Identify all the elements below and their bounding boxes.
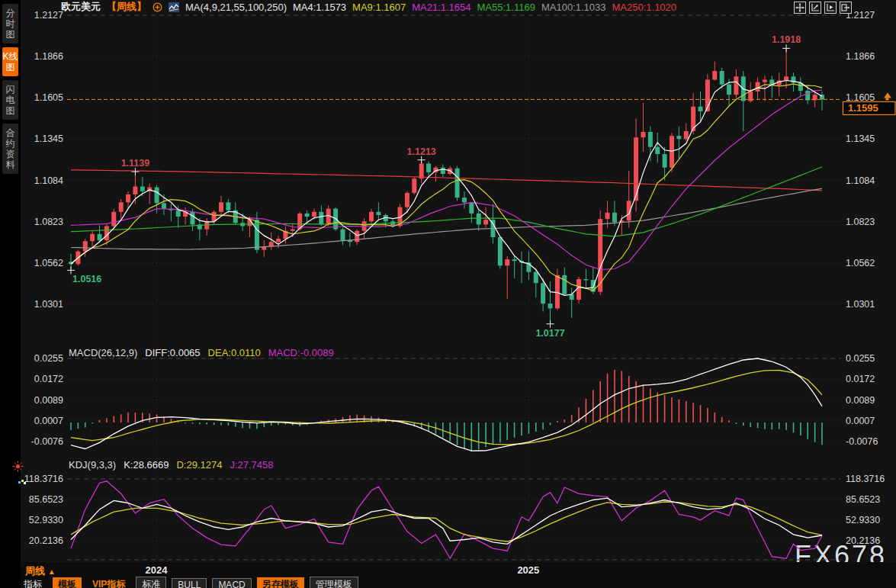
sidebar-item-time-chart[interactable]: 分时图 bbox=[2, 4, 18, 43]
candle[interactable] bbox=[83, 241, 88, 251]
candle[interactable] bbox=[562, 275, 567, 294]
candle[interactable] bbox=[276, 239, 281, 242]
tab-BULL[interactable]: BULL bbox=[172, 578, 207, 588]
candle[interactable] bbox=[763, 79, 767, 82]
candle[interactable] bbox=[498, 237, 503, 265]
sidebar-item-lightning-chart[interactable]: 闪电图 bbox=[2, 80, 18, 120]
candle[interactable] bbox=[663, 154, 667, 168]
period-selector-label: 周线 bbox=[25, 565, 45, 577]
tab-另存模板[interactable]: 另存模板 bbox=[257, 577, 304, 588]
candle[interactable] bbox=[469, 202, 474, 214]
candle[interactable] bbox=[162, 203, 166, 208]
j-line bbox=[71, 481, 822, 559]
candle[interactable] bbox=[426, 163, 431, 172]
candle[interactable] bbox=[676, 136, 681, 139]
candle[interactable] bbox=[698, 107, 703, 111]
candle[interactable] bbox=[291, 230, 295, 231]
candle[interactable] bbox=[155, 188, 159, 204]
candle[interactable] bbox=[648, 132, 653, 147]
candle[interactable] bbox=[305, 214, 310, 217]
candle[interactable] bbox=[720, 71, 724, 85]
candle[interactable] bbox=[412, 178, 416, 193]
candle[interactable] bbox=[712, 71, 717, 79]
candle[interactable] bbox=[583, 279, 588, 280]
candle[interactable] bbox=[90, 234, 95, 241]
candle[interactable] bbox=[548, 304, 553, 308]
candle[interactable] bbox=[441, 168, 445, 174]
exit-chart-icon[interactable] bbox=[840, 2, 852, 14]
tab-VIP指标[interactable]: VIP指标 bbox=[87, 577, 130, 588]
candle[interactable] bbox=[376, 212, 381, 215]
candle[interactable] bbox=[734, 76, 738, 95]
candle[interactable] bbox=[605, 213, 610, 219]
candle[interactable] bbox=[670, 136, 674, 168]
macd-title[interactable]: MACD(26,12,9) bbox=[69, 347, 137, 358]
candle[interactable] bbox=[140, 187, 145, 191]
macd-panel[interactable] bbox=[71, 358, 822, 451]
candle[interactable] bbox=[612, 213, 617, 222]
candle[interactable] bbox=[784, 76, 788, 80]
chart-canvas[interactable]: 1.11391.12131.19181.05161.0177 1.1595 1.… bbox=[0, 0, 896, 588]
candle[interactable] bbox=[534, 272, 538, 284]
candle[interactable] bbox=[477, 214, 481, 225]
candle[interactable] bbox=[111, 212, 116, 227]
candle[interactable] bbox=[226, 202, 230, 210]
candle[interactable] bbox=[655, 147, 660, 154]
tab-管理模板[interactable]: 管理模板 bbox=[310, 577, 358, 588]
candle[interactable] bbox=[505, 259, 509, 265]
ma-settings-label[interactable]: MA(4,9,21,55,100,250) bbox=[185, 2, 287, 13]
axis-scale-icon[interactable] bbox=[809, 2, 821, 14]
candle[interactable] bbox=[555, 275, 560, 309]
axis-label-left: 0.0255 bbox=[34, 353, 63, 364]
x-axis-year-label: 2024 bbox=[146, 564, 168, 576]
candle[interactable] bbox=[455, 169, 460, 198]
indicator-tab-row: 指标模板VIP指标标准BULLMACD另存模板管理模板 bbox=[18, 577, 358, 588]
candle[interactable] bbox=[805, 91, 810, 100]
axis-label-right: 1.0562 bbox=[846, 258, 875, 268]
candle[interactable] bbox=[727, 85, 731, 95]
candle[interactable] bbox=[133, 187, 137, 194]
candle[interactable] bbox=[219, 202, 223, 211]
sidebar-item-contract-info[interactable]: 合约资料 bbox=[2, 124, 18, 174]
candle[interactable] bbox=[319, 212, 323, 225]
candle[interactable] bbox=[691, 107, 695, 131]
candle[interactable] bbox=[98, 234, 102, 240]
kline-style-icon[interactable] bbox=[169, 2, 179, 12]
pan-tool-icon[interactable] bbox=[794, 2, 806, 14]
sparkle-icon bbox=[18, 478, 27, 486]
tab-MACD[interactable]: MACD bbox=[212, 578, 251, 588]
axis-label-right: 1.1605 bbox=[846, 92, 875, 103]
candle[interactable] bbox=[576, 279, 581, 300]
tab-模板[interactable]: 模板 bbox=[53, 577, 82, 588]
period-tag[interactable]: 【周线】 bbox=[107, 0, 146, 14]
kdj-title[interactable]: KDJ(9,3,3) bbox=[69, 459, 116, 471]
tab-标准[interactable]: 标准 bbox=[136, 577, 166, 588]
kdj-panel[interactable] bbox=[71, 481, 822, 559]
candle[interactable] bbox=[312, 212, 316, 217]
sidebar-item-kline-chart[interactable]: K线图 bbox=[2, 47, 18, 76]
candle[interactable] bbox=[190, 212, 194, 225]
candle[interactable] bbox=[340, 230, 345, 241]
axis-label-left: 1.1866 bbox=[34, 51, 63, 62]
candle[interactable] bbox=[641, 132, 645, 137]
axis-label-right: 0.0089 bbox=[846, 395, 875, 406]
candle[interactable] bbox=[462, 198, 467, 202]
price-panel[interactable]: 1.11391.12131.19181.05161.0177 bbox=[67, 34, 824, 338]
candle[interactable] bbox=[369, 212, 374, 221]
candle[interactable] bbox=[684, 131, 689, 139]
axis-play-icon[interactable] bbox=[824, 2, 837, 14]
candle[interactable] bbox=[248, 220, 252, 226]
candle[interactable] bbox=[126, 194, 130, 202]
tab-指标[interactable]: 指标 bbox=[18, 577, 47, 588]
candle[interactable] bbox=[541, 283, 545, 304]
candle[interactable] bbox=[405, 193, 409, 207]
candle[interactable] bbox=[355, 231, 359, 243]
candle[interactable] bbox=[483, 220, 488, 224]
candle[interactable] bbox=[212, 212, 217, 221]
candle[interactable] bbox=[119, 202, 124, 211]
axis-label-right: 1.0301 bbox=[846, 299, 875, 310]
candle[interactable] bbox=[176, 210, 181, 217]
plus-circle-icon[interactable] bbox=[153, 2, 162, 12]
candle[interactable] bbox=[512, 259, 517, 261]
candle[interactable] bbox=[419, 163, 424, 178]
